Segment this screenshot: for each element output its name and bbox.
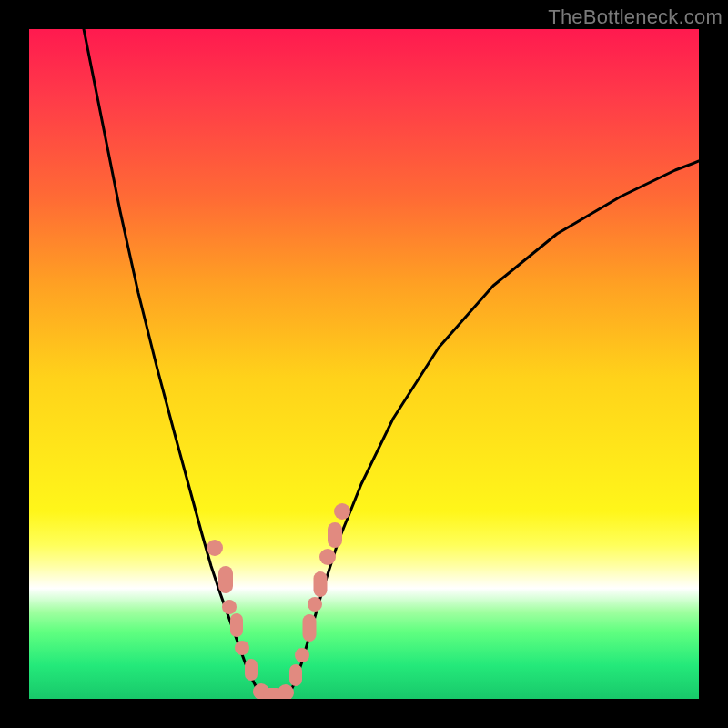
marker-right [289,664,302,686]
chart-svg [29,29,699,699]
data-markers [207,503,350,699]
marker-right [308,597,322,612]
chart-frame: TheBottleneck.com [0,0,728,728]
marker-right [303,614,317,642]
marker-left [235,641,249,655]
marker-right [328,522,342,548]
marker-left [207,540,223,556]
curve-left-branch [84,29,261,693]
watermark-text: TheBottleneck.com [548,5,723,29]
marker-left [245,659,258,681]
marker-right [295,648,309,662]
marker-left [222,600,237,614]
chart-plot-area [29,29,699,699]
curve-right-branch [289,161,699,693]
marker-right [319,549,336,565]
marker-left [218,566,233,593]
marker-right [334,503,350,520]
marker-right [314,571,328,597]
marker-left [230,613,243,637]
